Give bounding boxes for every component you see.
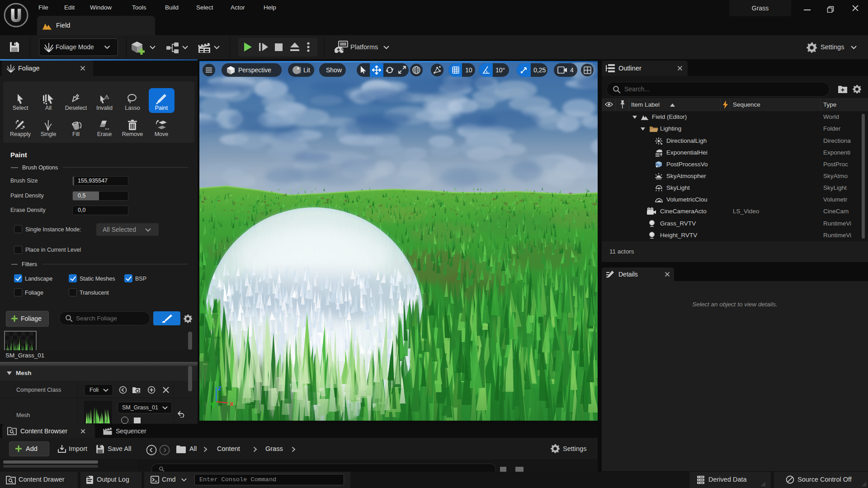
svg-text:X: X	[230, 401, 234, 408]
svg-text:Y: Y	[211, 403, 215, 409]
svg-text:Z: Z	[218, 385, 222, 392]
